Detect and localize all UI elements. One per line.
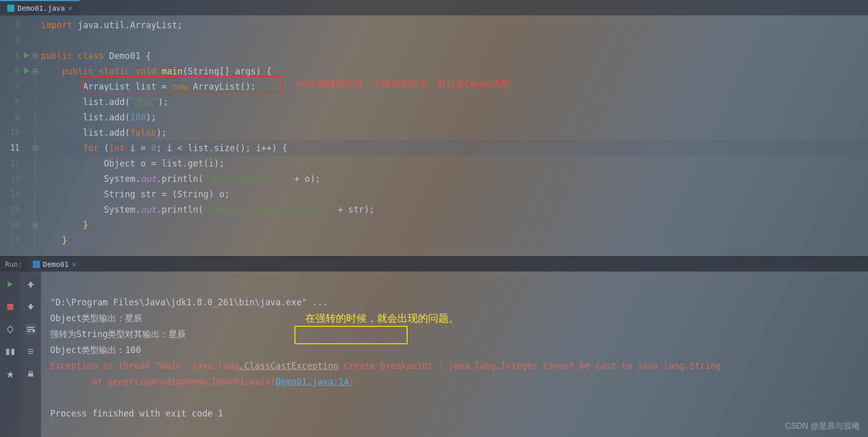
svg-rect-6 xyxy=(30,285,32,287)
line-number: 16 xyxy=(0,217,32,233)
watermark: CSDN @星辰与晨曦 xyxy=(785,421,860,432)
fold-toggle[interactable] xyxy=(33,69,38,74)
close-icon[interactable]: × xyxy=(68,4,72,12)
svg-point-1 xyxy=(8,327,13,332)
console-cmd: "D:\Program Files\Java\jdk1.8.0_261\bin\… xyxy=(50,297,328,307)
line-number: 12 xyxy=(0,156,32,171)
line-number: 5 xyxy=(0,48,32,64)
run-tool-column-left xyxy=(0,272,20,437)
console-line: Object类型输出：星辰 xyxy=(50,313,142,323)
run-panel: "D:\Program Files\Java\jdk1.8.0_261\bin\… xyxy=(0,272,868,437)
line-number: 3 xyxy=(0,17,32,33)
svg-rect-5 xyxy=(11,349,14,355)
run-gutter-icon[interactable] xyxy=(24,68,30,74)
line-number: 17 xyxy=(0,233,32,248)
annotation-red-box xyxy=(83,76,283,92)
line-number: 13 xyxy=(0,171,32,186)
console-exit: Process finished with exit code 1 xyxy=(50,408,223,419)
svg-rect-4 xyxy=(6,349,9,355)
line-number: 9 xyxy=(0,110,32,125)
run-config-tab[interactable]: Demo01 × xyxy=(28,257,81,272)
line-number: 4 xyxy=(0,33,32,48)
print-button[interactable] xyxy=(25,369,36,380)
line-number: 15 xyxy=(0,202,32,217)
source-link[interactable]: Demo01.java:14 xyxy=(276,377,349,387)
annotation-yellow-box xyxy=(294,326,408,344)
code-area[interactable]: import java.util.ArrayList; public class… xyxy=(41,15,868,256)
fold-gutter xyxy=(32,15,41,256)
line-number: 7 xyxy=(0,79,32,94)
svg-rect-9 xyxy=(29,371,32,373)
line-number-current: 11 xyxy=(0,140,32,156)
console-stack-line: at genericparadigmdemo.Demo01.main(Demo0… xyxy=(50,377,354,387)
debug-button[interactable] xyxy=(5,324,16,335)
fold-toggle[interactable] xyxy=(33,53,38,58)
code-editor[interactable]: 3 4 5 6 7 8 9 10 11 12 13 14 15 16 17 xyxy=(0,15,868,256)
run-tool-column-right xyxy=(20,272,41,437)
console-error-line: Exception in thread "main" java.lang.Cla… xyxy=(50,361,721,371)
layout-button[interactable] xyxy=(5,346,16,358)
annotation-red-text: list在创建的时候，不给类型的话，默认是Object类型 xyxy=(297,78,510,90)
stop-button[interactable] xyxy=(5,301,16,313)
tab-filename: Demo01.java xyxy=(17,4,65,12)
run-config-name: Demo01 xyxy=(43,260,69,268)
run-panel-header: Run: Demo01 × xyxy=(0,256,868,272)
svg-rect-0 xyxy=(7,304,13,310)
pin-button[interactable] xyxy=(5,369,16,380)
application-icon xyxy=(33,261,40,268)
fold-toggle[interactable] xyxy=(33,145,38,151)
line-gutter: 3 4 5 6 7 8 9 10 11 12 13 14 15 16 17 xyxy=(0,15,32,256)
annotation-yellow-text: 在强转的时候，就会出现的问题。 xyxy=(305,311,459,325)
console-line: Object类型输出：100 xyxy=(50,345,141,355)
console-line: 强转为String类型对其输出：星辰 xyxy=(50,329,186,339)
scroll-to-end-button[interactable] xyxy=(25,346,36,358)
rerun-button[interactable] xyxy=(5,279,16,290)
down-button[interactable] xyxy=(25,301,36,313)
svg-rect-8 xyxy=(28,373,33,377)
line-number: 6 xyxy=(0,64,32,79)
tab-demo01[interactable]: Demo01.java × xyxy=(0,0,79,15)
line-number: 8 xyxy=(0,94,32,110)
line-number: 14 xyxy=(0,186,32,202)
exception-class-link[interactable]: .ClassCastException xyxy=(239,361,338,371)
java-class-icon xyxy=(7,5,14,12)
console-output[interactable]: "D:\Program Files\Java\jdk1.8.0_261\bin\… xyxy=(41,272,868,437)
up-button[interactable] xyxy=(25,279,36,290)
run-label: Run: xyxy=(0,260,28,268)
close-icon[interactable]: × xyxy=(72,260,76,268)
fold-toggle[interactable] xyxy=(33,222,38,227)
editor-tabbar: Demo01.java × xyxy=(0,0,868,15)
run-gutter-icon[interactable] xyxy=(24,52,30,58)
line-number: 10 xyxy=(0,125,32,140)
soft-wrap-button[interactable] xyxy=(25,324,36,335)
